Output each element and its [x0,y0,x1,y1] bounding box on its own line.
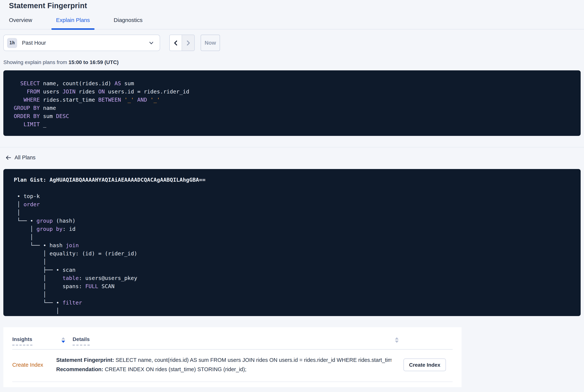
time-step-buttons [169,34,195,51]
showing-range-text: Showing explain plans from 15:00 to 16:5… [3,59,584,65]
insights-header-label: Insights [12,336,32,345]
all-plans-link[interactable]: All Plans [5,154,35,160]
prev-time-button[interactable] [170,35,182,51]
showing-range-value: 15:00 to 16:59 (UTC) [68,59,118,65]
next-time-button[interactable] [182,35,194,51]
sort-desc-icon [61,340,65,343]
chevron-right-icon [185,40,191,46]
sort-desc-icon [395,340,399,343]
time-controls: 1h Past Hour Now [3,34,584,51]
tab-explain-plans[interactable]: Explain Plans [51,17,95,29]
insight-type-cell: Create Index [12,361,56,368]
all-plans-label: All Plans [14,154,35,160]
recommendation-label: Recommendation: [56,366,103,372]
table-header-row: Insights Details [12,327,453,350]
statement-fingerprint-page: Statement Fingerprint Overview Explain P… [0,1,584,392]
tab-diagnostics[interactable]: Diagnostics [109,17,147,29]
page-title: Statement Fingerprint [9,1,584,10]
time-range-label: Past Hour [22,40,46,46]
insight-details-cell: Statement Fingerprint: SELECT name, coun… [56,355,392,374]
showing-range-prefix: Showing explain plans from [3,59,68,65]
tab-bar: Overview Explain Plans Diagnostics [0,17,584,30]
details-header-label: Details [72,336,90,345]
time-range-badge: 1h [7,38,17,48]
now-button[interactable]: Now [201,34,220,51]
statement-fingerprint-line: Statement Fingerprint: SELECT name, coun… [56,355,392,365]
recommendation-line: Recommendation: CREATE INDEX ON rides (s… [56,365,392,374]
insights-sort-control[interactable] [61,337,65,343]
details-sort-control[interactable] [395,337,399,343]
plan-gist-block: Plan Gist: AgHUAQIABQAAAAHYAQIAiAEAAAADC… [3,169,581,316]
chevron-down-icon [149,40,154,45]
sort-asc-icon [395,337,399,339]
section-divider [0,147,584,148]
statement-fingerprint-text: SELECT name, count(rides.id) AS sum FROM… [114,357,392,363]
insight-table-row: Create Index Statement Fingerprint: SELE… [12,350,453,382]
insights-table-card: Insights Details Create Index Statement … [3,327,462,387]
recommendation-text: CREATE INDEX ON rides (start_time) STORI… [103,366,246,372]
time-range-select[interactable]: 1h Past Hour [3,34,160,51]
sort-asc-icon [61,337,65,339]
arrow-left-icon [5,155,11,160]
details-column-header[interactable]: Details [72,336,399,345]
sql-statement-block: SELECT name, count(rides.id) AS sum FROM… [3,70,581,136]
tab-overview[interactable]: Overview [4,17,37,29]
create-index-button[interactable]: Create Index [404,358,446,371]
chevron-left-icon [173,40,178,46]
insights-column-header[interactable]: Insights [12,336,56,345]
statement-fingerprint-label: Statement Fingerprint: [56,357,114,363]
insight-type-link[interactable]: Create Index [12,362,43,368]
